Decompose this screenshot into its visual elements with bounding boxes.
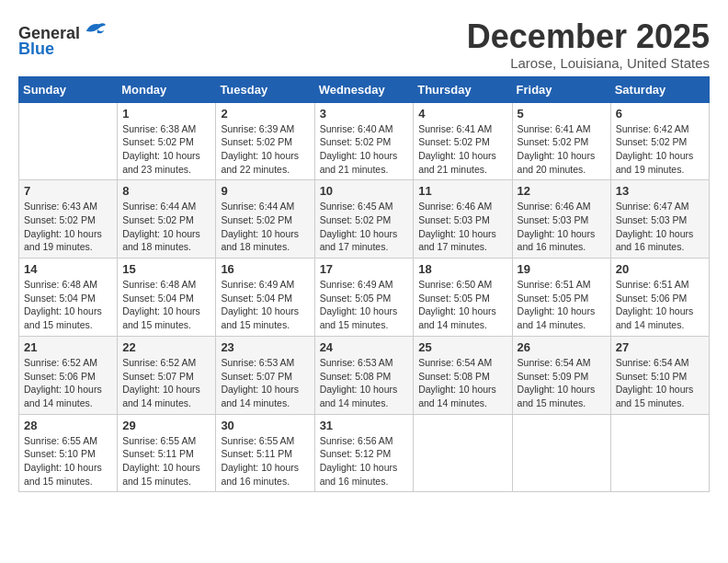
day-info: Sunrise: 6:38 AMSunset: 5:02 PMDaylight:…	[122, 122, 210, 177]
calendar-cell: 21Sunrise: 6:52 AMSunset: 5:06 PMDayligh…	[19, 336, 118, 414]
day-info: Sunrise: 6:52 AMSunset: 5:06 PMDaylight:…	[24, 356, 112, 410]
day-info: Sunrise: 6:45 AMSunset: 5:02 PMDaylight:…	[320, 200, 409, 254]
day-number: 3	[320, 107, 409, 121]
calendar-cell	[610, 414, 709, 492]
calendar-cell: 7Sunrise: 6:43 AMSunset: 5:02 PMDaylight…	[19, 180, 118, 259]
calendar-cell: 20Sunrise: 6:51 AMSunset: 5:06 PMDayligh…	[610, 259, 709, 337]
calendar-cell	[414, 414, 512, 492]
col-thursday: Thursday	[414, 76, 512, 102]
day-info: Sunrise: 6:54 AMSunset: 5:08 PMDaylight:…	[418, 356, 506, 410]
day-info: Sunrise: 6:51 AMSunset: 5:05 PMDaylight:…	[518, 278, 606, 332]
day-info: Sunrise: 6:54 AMSunset: 5:09 PMDaylight:…	[518, 356, 606, 410]
calendar-cell: 8Sunrise: 6:44 AMSunset: 5:02 PMDaylight…	[118, 180, 216, 259]
day-number: 16	[221, 262, 309, 276]
day-number: 30	[221, 419, 309, 432]
calendar-cell: 6Sunrise: 6:42 AMSunset: 5:02 PMDaylight…	[610, 102, 709, 180]
calendar-cell: 24Sunrise: 6:53 AMSunset: 5:08 PMDayligh…	[314, 336, 414, 414]
col-saturday: Saturday	[610, 76, 709, 102]
calendar-cell: 3Sunrise: 6:40 AMSunset: 5:02 PMDaylight…	[314, 102, 414, 180]
day-info: Sunrise: 6:48 AMSunset: 5:04 PMDaylight:…	[122, 278, 210, 332]
day-info: Sunrise: 6:55 AMSunset: 5:10 PMDaylight:…	[24, 434, 112, 488]
day-number: 4	[418, 107, 506, 121]
day-info: Sunrise: 6:42 AMSunset: 5:02 PMDaylight:…	[616, 122, 704, 177]
calendar-cell: 31Sunrise: 6:56 AMSunset: 5:12 PMDayligh…	[314, 414, 414, 492]
day-info: Sunrise: 6:46 AMSunset: 5:03 PMDaylight:…	[418, 200, 506, 254]
calendar-cell: 5Sunrise: 6:41 AMSunset: 5:02 PMDaylight…	[512, 102, 610, 180]
logo: General Blue	[18, 18, 108, 59]
header: General Blue December 2025 Larose, Louis…	[18, 18, 710, 71]
day-number: 23	[221, 340, 309, 354]
calendar-cell: 25Sunrise: 6:54 AMSunset: 5:08 PMDayligh…	[414, 336, 512, 414]
day-number: 6	[616, 107, 704, 121]
day-number: 21	[24, 340, 112, 354]
day-info: Sunrise: 6:55 AMSunset: 5:11 PMDaylight:…	[122, 434, 210, 488]
day-number: 22	[122, 340, 210, 354]
day-number: 9	[221, 184, 309, 198]
day-number: 31	[320, 419, 409, 432]
calendar-cell: 4Sunrise: 6:41 AMSunset: 5:02 PMDaylight…	[414, 102, 512, 180]
day-info: Sunrise: 6:56 AMSunset: 5:12 PMDaylight:…	[320, 434, 409, 488]
calendar-cell: 16Sunrise: 6:49 AMSunset: 5:04 PMDayligh…	[216, 259, 314, 337]
calendar-cell: 9Sunrise: 6:44 AMSunset: 5:02 PMDaylight…	[216, 180, 314, 259]
location-subtitle: Larose, Louisiana, United States	[467, 55, 710, 71]
calendar-cell: 17Sunrise: 6:49 AMSunset: 5:05 PMDayligh…	[314, 259, 414, 337]
day-info: Sunrise: 6:40 AMSunset: 5:02 PMDaylight:…	[320, 122, 409, 177]
calendar-cell: 1Sunrise: 6:38 AMSunset: 5:02 PMDaylight…	[118, 102, 216, 180]
calendar-cell: 22Sunrise: 6:52 AMSunset: 5:07 PMDayligh…	[118, 336, 216, 414]
page: General Blue December 2025 Larose, Louis…	[0, 0, 728, 511]
calendar-cell: 26Sunrise: 6:54 AMSunset: 5:09 PMDayligh…	[512, 336, 610, 414]
col-friday: Friday	[512, 76, 610, 102]
day-number: 1	[122, 107, 210, 121]
day-number: 15	[122, 262, 210, 276]
day-number: 2	[221, 107, 309, 121]
calendar-week-row: 21Sunrise: 6:52 AMSunset: 5:06 PMDayligh…	[19, 336, 710, 414]
day-number: 13	[616, 184, 704, 198]
calendar-cell: 2Sunrise: 6:39 AMSunset: 5:02 PMDaylight…	[216, 102, 314, 180]
col-monday: Monday	[118, 76, 216, 102]
calendar-cell: 28Sunrise: 6:55 AMSunset: 5:10 PMDayligh…	[19, 414, 118, 492]
col-sunday: Sunday	[19, 76, 118, 102]
col-wednesday: Wednesday	[314, 76, 414, 102]
day-info: Sunrise: 6:41 AMSunset: 5:02 PMDaylight:…	[418, 122, 506, 177]
day-number: 20	[616, 262, 704, 276]
day-number: 29	[122, 419, 210, 432]
day-number: 5	[518, 107, 606, 121]
calendar-cell: 29Sunrise: 6:55 AMSunset: 5:11 PMDayligh…	[118, 414, 216, 492]
day-info: Sunrise: 6:49 AMSunset: 5:05 PMDaylight:…	[320, 278, 409, 332]
day-info: Sunrise: 6:44 AMSunset: 5:02 PMDaylight:…	[122, 200, 210, 254]
day-info: Sunrise: 6:53 AMSunset: 5:08 PMDaylight:…	[320, 356, 409, 410]
calendar-cell: 27Sunrise: 6:54 AMSunset: 5:10 PMDayligh…	[610, 336, 709, 414]
calendar-cell: 23Sunrise: 6:53 AMSunset: 5:07 PMDayligh…	[216, 336, 314, 414]
calendar-cell: 19Sunrise: 6:51 AMSunset: 5:05 PMDayligh…	[512, 259, 610, 337]
day-number: 28	[24, 419, 112, 432]
day-number: 11	[418, 184, 506, 198]
day-info: Sunrise: 6:50 AMSunset: 5:05 PMDaylight:…	[418, 278, 506, 332]
calendar-cell: 12Sunrise: 6:46 AMSunset: 5:03 PMDayligh…	[512, 180, 610, 259]
day-info: Sunrise: 6:43 AMSunset: 5:02 PMDaylight:…	[24, 200, 112, 254]
col-tuesday: Tuesday	[216, 76, 314, 102]
day-number: 26	[518, 340, 606, 354]
calendar-week-row: 1Sunrise: 6:38 AMSunset: 5:02 PMDaylight…	[19, 102, 710, 180]
logo-bird-icon	[82, 18, 108, 39]
day-number: 12	[518, 184, 606, 198]
day-info: Sunrise: 6:51 AMSunset: 5:06 PMDaylight:…	[616, 278, 704, 332]
day-info: Sunrise: 6:52 AMSunset: 5:07 PMDaylight:…	[122, 356, 210, 410]
day-number: 8	[122, 184, 210, 198]
day-number: 25	[418, 340, 506, 354]
day-number: 27	[616, 340, 704, 354]
day-number: 19	[518, 262, 606, 276]
logo-text-block: General Blue	[18, 18, 108, 59]
day-info: Sunrise: 6:55 AMSunset: 5:11 PMDaylight:…	[221, 434, 309, 488]
calendar-header-row: Sunday Monday Tuesday Wednesday Thursday…	[19, 76, 710, 102]
day-number: 14	[24, 262, 112, 276]
calendar-week-row: 7Sunrise: 6:43 AMSunset: 5:02 PMDaylight…	[19, 180, 710, 259]
calendar-cell: 18Sunrise: 6:50 AMSunset: 5:05 PMDayligh…	[414, 259, 512, 337]
calendar-week-row: 14Sunrise: 6:48 AMSunset: 5:04 PMDayligh…	[19, 259, 710, 337]
calendar-cell: 15Sunrise: 6:48 AMSunset: 5:04 PMDayligh…	[118, 259, 216, 337]
day-info: Sunrise: 6:48 AMSunset: 5:04 PMDaylight:…	[24, 278, 112, 332]
calendar-cell	[19, 102, 118, 180]
day-number: 18	[418, 262, 506, 276]
day-info: Sunrise: 6:39 AMSunset: 5:02 PMDaylight:…	[221, 122, 309, 177]
calendar-cell: 13Sunrise: 6:47 AMSunset: 5:03 PMDayligh…	[610, 180, 709, 259]
calendar-cell: 11Sunrise: 6:46 AMSunset: 5:03 PMDayligh…	[414, 180, 512, 259]
